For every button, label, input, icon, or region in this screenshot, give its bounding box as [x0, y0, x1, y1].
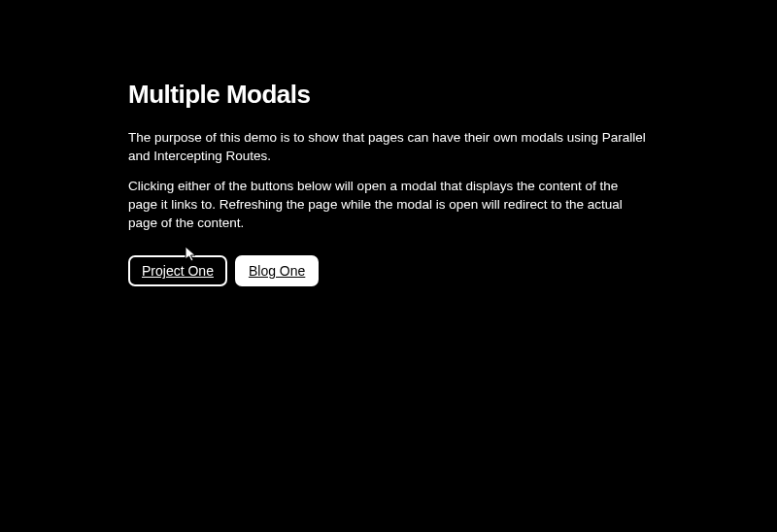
main-container: Multiple Modals The purpose of this demo… — [0, 0, 777, 286]
page-title: Multiple Modals — [128, 80, 649, 110]
intro-paragraph-2: Clicking either of the buttons below wil… — [128, 178, 649, 233]
button-row: Project One Blog One — [128, 255, 649, 286]
project-one-button[interactable]: Project One — [128, 255, 227, 286]
intro-paragraph-1: The purpose of this demo is to show that… — [128, 129, 649, 166]
blog-one-button[interactable]: Blog One — [235, 255, 319, 286]
